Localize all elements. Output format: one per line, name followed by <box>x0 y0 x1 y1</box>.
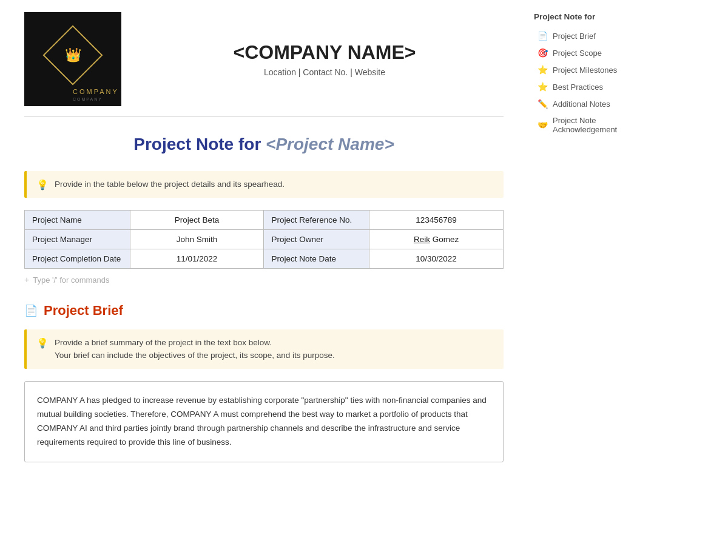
company-name: <COMPANY NAME> <box>146 41 504 64</box>
company-info: <COMPANY NAME> Location | Contact No. | … <box>146 41 504 77</box>
table-row: Project Name Project Beta Project Refere… <box>25 211 504 230</box>
brief-content-box[interactable]: COMPANY A has pledged to increase revenu… <box>24 381 504 462</box>
main-content: 👑 COMPANY COMPANY <COMPANY NAME> Locatio… <box>0 0 528 560</box>
table-cell-value: 11/01/2022 <box>130 249 264 269</box>
sidebar-item-project-brief[interactable]: 📄 Project Brief <box>534 29 655 43</box>
sidebar-handshake-icon: 🤝 <box>538 120 548 130</box>
sidebar-heading: Project Note for <box>534 12 655 21</box>
sidebar-item-best-practices[interactable]: ⭐ Best Practices <box>534 79 655 94</box>
sidebar-label-additional-notes: Additional Notes <box>553 100 610 109</box>
project-brief-title: Project Brief <box>44 303 123 319</box>
hint-box-2: 💡 Provide a brief summary of the project… <box>24 329 504 369</box>
plus-icon: + <box>24 275 29 285</box>
sidebar: Project Note for 📄 Project Brief 🎯 Proje… <box>528 0 661 560</box>
sidebar-item-project-scope[interactable]: 🎯 Project Scope <box>534 46 655 60</box>
sidebar-target-icon: 🎯 <box>538 48 548 58</box>
company-contact: Location | Contact No. | Website <box>146 67 504 77</box>
command-placeholder: Type '/' for commands <box>33 275 109 285</box>
table-cell-value: 10/30/2022 <box>369 249 504 269</box>
hint-bulb-icon: 💡 <box>36 179 49 191</box>
table-cell-label: Project Name <box>25 211 130 230</box>
sidebar-label-project-brief: Project Brief <box>553 32 596 41</box>
project-brief-heading: 📄 Project Brief <box>24 303 504 319</box>
page-title-block: Project Note for <Project Name> <box>24 135 504 154</box>
logo-sub: COMPANY <box>73 97 103 101</box>
page-title-project: <Project Name> <box>266 135 394 153</box>
add-command-row[interactable]: + Type '/' for commands <box>24 275 504 285</box>
hint-line-2: Your brief can include the objectives of… <box>55 349 335 362</box>
sidebar-pencil-icon: ✏️ <box>538 99 548 109</box>
sidebar-item-project-milestones[interactable]: ⭐ Project Milestones <box>534 62 655 77</box>
table-row: Project Completion Date 11/01/2022 Proje… <box>25 249 504 269</box>
sidebar-star-icon-1: ⭐ <box>538 65 548 75</box>
table-cell-label: Project Reference No. <box>264 211 369 230</box>
table-cell-value: John Smith <box>130 230 264 249</box>
logo-diamond-inner: 👑 <box>65 47 81 63</box>
brief-content-text: COMPANY A has pledged to increase revenu… <box>37 396 487 447</box>
sidebar-label-acknowledgement: Project Note Acknowledgement <box>553 116 652 134</box>
table-cell-value: Reik Gomez <box>369 230 504 249</box>
sidebar-doc-icon: 📄 <box>538 31 548 41</box>
company-logo: 👑 COMPANY COMPANY <box>24 12 121 106</box>
hint-box-1: 💡 Provide in the table below the project… <box>24 171 504 198</box>
sidebar-label-best-practices: Best Practices <box>553 83 603 92</box>
sidebar-star-icon-2: ⭐ <box>538 82 548 92</box>
table-cell-label: Project Note Date <box>264 249 369 269</box>
project-brief-icon: 📄 <box>24 304 38 317</box>
page-title-prefix: Project Note for <box>133 135 261 153</box>
table-row: Project Manager John Smith Project Owner… <box>25 230 504 249</box>
sidebar-label-project-milestones: Project Milestones <box>553 66 617 75</box>
table-cell-value: Project Beta <box>130 211 264 230</box>
project-details-table: Project Name Project Beta Project Refere… <box>24 210 504 269</box>
sidebar-item-additional-notes[interactable]: ✏️ Additional Notes <box>534 96 655 111</box>
table-cell-label: Project Manager <box>25 230 130 249</box>
logo-diamond: 👑 <box>43 25 103 85</box>
header-section: 👑 COMPANY COMPANY <COMPANY NAME> Locatio… <box>24 12 504 116</box>
sidebar-label-project-scope: Project Scope <box>553 49 602 58</box>
logo-wordmark: COMPANY <box>73 88 119 95</box>
hint-text-2: Provide a brief summary of the project i… <box>55 337 335 362</box>
sidebar-item-acknowledgement[interactable]: 🤝 Project Note Acknowledgement <box>534 113 655 137</box>
table-cell-label: Project Owner <box>264 230 369 249</box>
table-cell-label: Project Completion Date <box>25 249 130 269</box>
hint-line-1: Provide a brief summary of the project i… <box>55 337 335 349</box>
hint-bulb-icon-2: 💡 <box>36 337 49 349</box>
page-title: Project Note for <Project Name> <box>24 135 504 154</box>
table-cell-value: 123456789 <box>369 211 504 230</box>
hint-text-1: Provide in the table below the project d… <box>55 178 285 191</box>
